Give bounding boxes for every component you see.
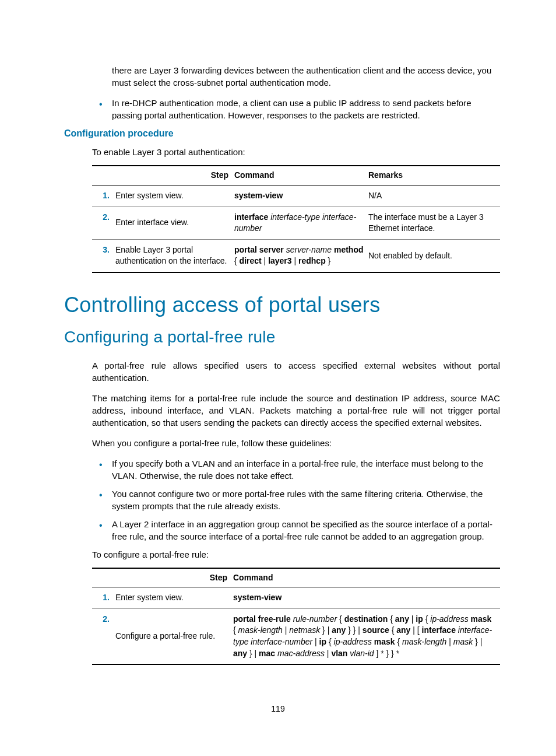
paragraph-2: The matching items for a portal-free rul… (92, 392, 500, 429)
th-command: Command (234, 166, 368, 185)
step-remarks: Not enabled by default. (368, 239, 500, 272)
guideline-item: A Layer 2 interface in an aggregation gr… (64, 518, 500, 542)
step-desc: Enter system view. (115, 185, 234, 206)
step-number: 1. (92, 185, 115, 206)
continuation-paragraph: there are Layer 3 forwarding devices bet… (112, 64, 500, 89)
step-remarks: The interface must be a Layer 3 Ethernet… (368, 206, 500, 239)
th-command: Command (233, 568, 500, 587)
guidelines-list: If you specify both a VLAN and an interf… (64, 457, 500, 542)
guideline-item: You cannot configure two or more portal-… (64, 488, 500, 512)
step-number: 3. (92, 239, 115, 272)
table-row: 1. Enter system view. system-view (92, 587, 500, 609)
step-desc: Enable Layer 3 portal authentication on … (115, 239, 234, 272)
section-title: Configuring a portal-free rule (64, 326, 500, 348)
step-command: system-view (234, 185, 368, 206)
config-lead-2: To configure a portal-free rule: (92, 548, 500, 561)
intro-bullet-1: In re-DHCP authentication mode, a client… (64, 97, 500, 121)
paragraph-3: When you configure a portal-free rule, f… (92, 437, 500, 449)
step-number: 2. (92, 206, 115, 239)
table-row: 2. Enter interface view. interface inter… (92, 206, 500, 239)
page: there are Layer 3 forwarding devices bet… (0, 0, 556, 756)
paragraph-1: A portal-free rule allows specified user… (92, 359, 500, 384)
step-number: 1. (92, 587, 115, 609)
page-number: 119 (0, 704, 556, 715)
config-procedure-lead: To enable Layer 3 portal authentication: (92, 146, 500, 158)
config-procedure-heading: Configuration procedure (64, 127, 500, 140)
th-step: Step (92, 166, 234, 185)
step-desc: Enter system view. (115, 587, 233, 609)
step-number: 2. (92, 608, 115, 664)
step-command: system-view (233, 587, 500, 609)
step-command: portal server server-name method { direc… (234, 239, 368, 272)
step-command: interface interface-type interface-numbe… (234, 206, 368, 239)
table-row: 3. Enable Layer 3 portal authentication … (92, 239, 500, 272)
th-remarks: Remarks (368, 166, 500, 185)
step-remarks: N/A (368, 185, 500, 206)
th-step: Step (92, 568, 233, 587)
step-desc: Enter interface view. (115, 206, 234, 239)
step-desc: Configure a portal-free rule. (115, 608, 233, 664)
intro-bullet-list: In re-DHCP authentication mode, a client… (64, 97, 500, 121)
page-title: Controlling access of portal users (64, 290, 500, 320)
table-row: 2. Configure a portal-free rule. portal … (92, 608, 500, 664)
step-command: portal free-rule rule-number { destinati… (233, 608, 500, 664)
guideline-item: If you specify both a VLAN and an interf… (64, 457, 500, 482)
procedure-table-1: Step Command Remarks 1. Enter system vie… (92, 165, 500, 273)
procedure-table-2: Step Command 1. Enter system view. syste… (92, 568, 500, 666)
table-row: 1. Enter system view. system-view N/A (92, 185, 500, 206)
